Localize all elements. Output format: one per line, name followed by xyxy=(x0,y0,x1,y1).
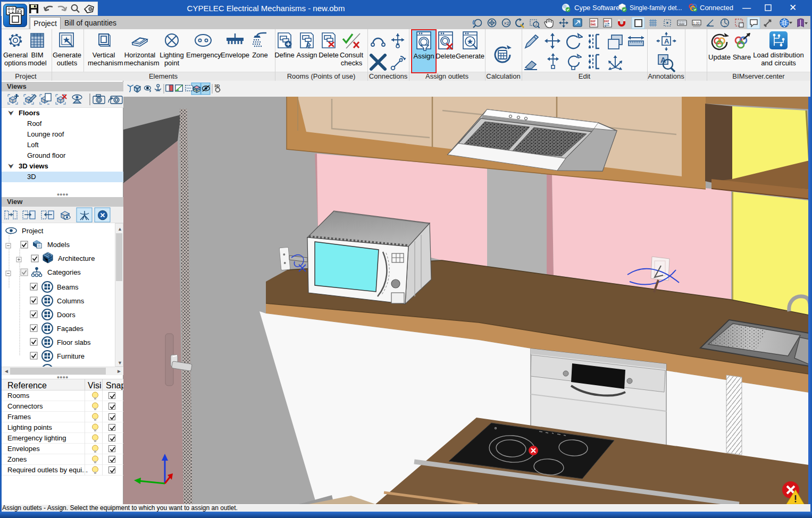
svg-text:Doors: Doors xyxy=(57,311,76,319)
svg-text:A: A xyxy=(664,37,669,45)
svg-text:×2: ×2 xyxy=(504,21,509,26)
svg-text:Columns: Columns xyxy=(57,297,85,305)
svg-text:Floor slabs: Floor slabs xyxy=(57,338,91,346)
svg-text:DXF: DXF xyxy=(604,20,609,23)
svg-text:Beams: Beams xyxy=(57,283,79,291)
svg-text:Furniture: Furniture xyxy=(57,352,85,360)
svg-text:DWG: DWG xyxy=(591,23,597,27)
svg-text:1.00: 1.00 xyxy=(693,21,700,25)
svg-text:Façades: Façades xyxy=(57,325,83,333)
